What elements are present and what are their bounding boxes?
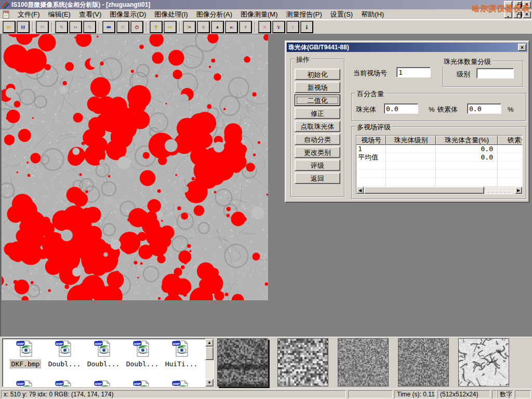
thumbnail-2[interactable] bbox=[277, 338, 328, 387]
toolbar-separator bbox=[32, 22, 33, 32]
table-column-4[interactable]: 铁素体 bbox=[498, 136, 523, 145]
table-cell bbox=[498, 145, 523, 153]
scroll-down-arrow-icon[interactable]: ▼ bbox=[205, 379, 214, 387]
curve-button[interactable] bbox=[258, 21, 271, 33]
file-item-HuiTi...[interactable]: BMPHuiTi... bbox=[163, 340, 200, 368]
file-scrollbar-thumb[interactable] bbox=[205, 347, 214, 360]
menu-item-1[interactable]: 文件(F) bbox=[14, 9, 44, 20]
file-item-row2-2[interactable]: BMP bbox=[46, 380, 83, 387]
timer-button[interactable] bbox=[130, 21, 143, 33]
file-item-Doubl...[interactable]: BMPDoubl... bbox=[85, 340, 122, 368]
status-mode: 数字 bbox=[497, 390, 513, 398]
svg-text:BMP: BMP bbox=[134, 382, 141, 385]
percent-group: 百分含量 珠光体%铁素体% bbox=[351, 93, 526, 121]
file-item-row2-5[interactable]: BMP bbox=[163, 380, 200, 387]
op-button-自动分类[interactable]: 自动分类 bbox=[295, 134, 340, 145]
svg-text:DOC: DOC bbox=[4, 11, 8, 14]
save-icon bbox=[21, 21, 25, 33]
ruler-button[interactable] bbox=[164, 21, 177, 33]
op-button-返回[interactable]: 返回 bbox=[295, 172, 340, 184]
table-horizontal-scrollbar[interactable]: ◀ ▶ bbox=[356, 187, 522, 194]
calibrate-icon: A bbox=[187, 21, 192, 33]
op-button-更改类别[interactable]: 更改类别 bbox=[295, 147, 340, 158]
scrollbar-thumb[interactable] bbox=[364, 187, 484, 194]
op-button-二值化[interactable]: 二值化 bbox=[295, 95, 340, 106]
menu-item-2[interactable]: 编辑(E) bbox=[44, 9, 75, 20]
menu-item-3[interactable]: 查看(V) bbox=[75, 9, 105, 20]
op-button-初始化[interactable]: 初始化 bbox=[295, 69, 340, 80]
file-list[interactable]: ▲ ▼ BMPDKF.bmpBMPBMPDoubl...BMPBMPDoubl.… bbox=[2, 338, 214, 387]
table-column-2[interactable]: 珠光体级别 bbox=[386, 136, 436, 145]
percent-input-1[interactable] bbox=[384, 103, 418, 114]
menu-item-5[interactable]: 图像处理(I) bbox=[150, 9, 192, 20]
table-column-3[interactable]: 珠光体含量(%) bbox=[436, 136, 498, 145]
op-button-修正[interactable]: 修正 bbox=[295, 108, 340, 119]
file-item-row2-1[interactable]: BMP bbox=[7, 380, 44, 387]
scroll-right-arrow-icon[interactable]: ▶ bbox=[515, 187, 522, 194]
svg-text:?: ? bbox=[245, 25, 247, 29]
table-cell bbox=[356, 162, 386, 169]
table-row-1[interactable]: 10.0 bbox=[356, 145, 522, 153]
op-button-点取珠光体[interactable]: 点取珠光体 bbox=[295, 121, 340, 132]
file-item-row2-3[interactable]: BMP bbox=[85, 380, 122, 387]
zoom-out-button[interactable] bbox=[83, 21, 96, 33]
calibrate-button[interactable]: A bbox=[183, 21, 196, 33]
current-field-input[interactable] bbox=[396, 67, 431, 77]
thumbnail-5[interactable] bbox=[458, 338, 509, 387]
percent-label-1: 珠光体 bbox=[356, 105, 376, 114]
delete-annotation-button[interactable]: A bbox=[225, 21, 238, 33]
percent-unit-1: % bbox=[429, 105, 435, 113]
zoom-in-button[interactable] bbox=[55, 21, 68, 33]
percent-input-2[interactable] bbox=[467, 103, 501, 114]
classify-dots-icon: 123 bbox=[276, 21, 281, 33]
pen-nib-button[interactable] bbox=[286, 21, 299, 33]
dialog-title-bar[interactable]: 珠光体(GB/T9441-88) × bbox=[287, 43, 527, 52]
scroll-up-arrow-icon[interactable]: ▲ bbox=[205, 339, 214, 347]
table-row-4[interactable] bbox=[356, 170, 522, 178]
table-row-3[interactable] bbox=[356, 162, 522, 170]
video-camera-button[interactable] bbox=[102, 21, 115, 33]
scroll-left-arrow-icon[interactable]: ◀ bbox=[356, 187, 364, 194]
menu-item-8[interactable]: 测量报告(P) bbox=[282, 9, 326, 20]
percent-unit-2: % bbox=[508, 105, 514, 113]
camera-button[interactable] bbox=[116, 21, 129, 33]
table-cell bbox=[386, 162, 436, 169]
caliper-button[interactable] bbox=[150, 21, 163, 33]
metallographic-image[interactable] bbox=[2, 34, 268, 300]
brush-button[interactable] bbox=[300, 21, 313, 33]
caliper-icon bbox=[154, 21, 158, 33]
open-button[interactable] bbox=[3, 21, 16, 33]
menu-item-10[interactable]: 帮助(H) bbox=[357, 9, 388, 20]
pearlite-dialog: 珠光体(GB/T9441-88) × 操作 初始化新视场二值化修正点取珠光体自动… bbox=[285, 41, 529, 203]
help-button[interactable]: ? bbox=[239, 21, 252, 33]
menu-item-4[interactable]: 图像显示(D) bbox=[105, 9, 150, 20]
text-annotate-button[interactable]: A bbox=[211, 21, 224, 33]
table-row-5[interactable] bbox=[356, 178, 522, 187]
op-button-新视场[interactable]: 新视场 bbox=[295, 82, 340, 93]
status-empty-1 bbox=[348, 390, 393, 398]
table-column-1[interactable]: 视场号 bbox=[356, 136, 386, 145]
thumbnail-4[interactable] bbox=[398, 338, 449, 387]
file-list-scrollbar[interactable]: ▲ ▼ bbox=[205, 339, 214, 387]
dialog-close-button[interactable]: × bbox=[518, 44, 526, 51]
save-button[interactable] bbox=[17, 21, 30, 33]
menu-item-6[interactable]: 图像分析(A) bbox=[192, 9, 236, 20]
file-item-Doubl...[interactable]: BMPDoubl... bbox=[124, 340, 161, 368]
classify-dots-button[interactable]: 123 bbox=[272, 21, 285, 33]
scrollbar-track[interactable] bbox=[484, 187, 515, 194]
file-item-Doubl...[interactable]: BMPDoubl... bbox=[46, 340, 83, 368]
status-bar: x: 510 y: 79 idx: 0 RGB: (174, 174, 174)… bbox=[0, 389, 532, 399]
menu-item-7[interactable]: 图像测量(M) bbox=[236, 9, 282, 20]
menu-item-9[interactable]: 设置(S) bbox=[326, 9, 357, 20]
svg-text:BMP: BMP bbox=[95, 382, 102, 385]
actual-size-button[interactable]: 1:1 bbox=[69, 21, 82, 33]
thumbnail-1[interactable] bbox=[217, 338, 268, 387]
file-item-row2-4[interactable]: BMP bbox=[124, 380, 161, 387]
file-item-DKF.bmp[interactable]: BMPDKF.bmp bbox=[7, 340, 44, 368]
thumbnail-3[interactable] bbox=[338, 338, 389, 387]
print-button[interactable] bbox=[36, 21, 49, 33]
grid-button[interactable] bbox=[197, 21, 210, 33]
table-row-2[interactable]: 平均值0.0 bbox=[356, 153, 522, 162]
op-button-评级[interactable]: 评级 bbox=[295, 159, 340, 171]
grade-input[interactable] bbox=[476, 68, 514, 78]
